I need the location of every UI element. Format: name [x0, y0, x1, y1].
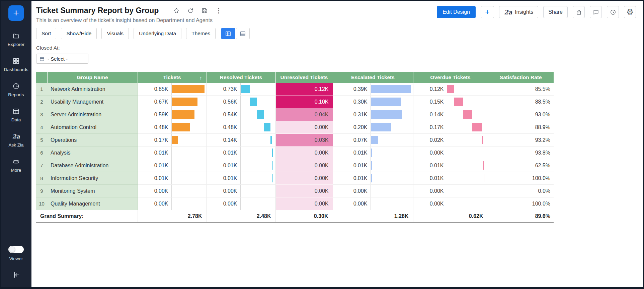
col-header-escalated-tickets[interactable]: Escalated Tickets [333, 72, 413, 83]
report-table: Group Name Tickets ↑ Resolved Tickets Un… [36, 72, 643, 223]
tickets-cell: 0.17K [138, 134, 207, 147]
sidebar-item-data[interactable]: Data [11, 108, 21, 122]
more-options-kebab-icon[interactable]: ⋮ [215, 7, 222, 14]
sidebar-item-reports[interactable]: Reports [8, 82, 24, 97]
unresolved-heat-cell: 0.00K [275, 121, 333, 134]
sidebar-item-explorer[interactable]: Explorer [8, 32, 24, 47]
tickets-cell-content: 0.48K [138, 121, 207, 133]
tickets-cell: 0.01K [138, 147, 207, 159]
overdue-cell: 0.14K [413, 108, 488, 121]
tickets-value: 0.01K [138, 163, 171, 169]
tickets-cell-content: 0.59K [138, 108, 207, 121]
refresh-icon[interactable] [187, 7, 194, 14]
table-view-button[interactable] [221, 28, 235, 39]
table-row[interactable]: 1Network Administration0.85K0.73K0.12K0.… [36, 83, 554, 96]
overdue-value: 0.00K [413, 188, 447, 194]
table-row[interactable]: 6Analysis0.01K0.01K0.00K0.01K0.00K93.8% [36, 147, 554, 159]
sidebar-item-dashboards[interactable]: Dashboards [4, 57, 28, 72]
group-name-cell: Usability Management [47, 96, 138, 108]
ellipsis-icon [12, 158, 20, 165]
escalated-cell-content: 0.01K [333, 159, 413, 172]
share-button[interactable]: Share [543, 6, 568, 18]
escalated-cell: 0.01K [333, 172, 413, 185]
overdue-cell: 0.02K [413, 134, 488, 147]
tickets-bar-zone [171, 83, 207, 95]
add-report-button[interactable]: + [481, 6, 494, 18]
escalated-bar-zone [371, 172, 413, 184]
group-name-cell: Server Administration [47, 108, 138, 121]
group-name-cell: Analysis [47, 147, 138, 159]
zia-icon: 2a [12, 133, 20, 140]
table-row[interactable]: 7Database Administration0.01K0.01K0.00K0… [36, 159, 554, 172]
themes-button[interactable]: Themes [186, 28, 216, 39]
show-hide-button[interactable]: Show/Hide [61, 28, 97, 39]
table-row[interactable]: 2Usability Management0.67K0.56K0.10K0.30… [36, 96, 554, 108]
favorite-star-icon[interactable] [173, 7, 180, 14]
sidebar-item-ask-zia[interactable]: 2a Ask Zia [8, 133, 23, 148]
underlying-data-button[interactable]: Underlying Data [134, 28, 181, 39]
sidebar-item-more[interactable]: More [11, 158, 21, 173]
col-header-group-name[interactable]: Group Name [47, 72, 138, 83]
resolved-cell-content: 0.01K [207, 159, 275, 172]
view-switcher [221, 28, 250, 39]
closed-at-select[interactable]: - Select - [36, 54, 88, 64]
report-topbar: Ticket Summary Report by Group ⋮ [31, 1, 643, 23]
overdue-cell: 0.17K [413, 121, 488, 134]
resolved-cell: 0.00K [207, 185, 275, 197]
table-row[interactable]: 5Operations0.17K0.14K0.03K0.07K0.02K93.2… [36, 134, 554, 147]
sidebar-item-label: Data [11, 117, 21, 122]
table-row[interactable]: 9Monitoring System0.00K0.00K0.00K0.00K0.… [36, 185, 554, 197]
save-icon[interactable] [201, 7, 208, 14]
summary-view-button[interactable] [236, 28, 250, 39]
create-new-button[interactable]: + [8, 5, 24, 21]
comments-button[interactable] [590, 6, 602, 18]
viewer-toggle[interactable] [8, 246, 24, 253]
title-icons: ⋮ [173, 7, 222, 14]
overdue-value: 0.00K [413, 201, 447, 207]
table-row[interactable]: 8Information Security0.01K0.01K0.00K0.01… [36, 172, 554, 185]
unresolved-heat-cell: 0.00K [275, 185, 333, 197]
resolved-cell-content: 0.01K [207, 172, 275, 184]
overdue-bar-zone [447, 83, 488, 95]
overdue-bar [484, 174, 485, 182]
zia-icon: 2a [504, 9, 512, 16]
col-header-tickets[interactable]: Tickets ↑ [138, 72, 207, 83]
overdue-bar-zone [447, 108, 488, 121]
escalated-cell: 0.00K [333, 185, 413, 197]
tickets-bar-zone [171, 197, 207, 210]
col-header-satisfaction-rate[interactable]: Satisfaction Rate [488, 72, 554, 83]
overdue-cell: 0.00K [413, 197, 488, 210]
edit-design-button[interactable]: Edit Design [437, 6, 476, 18]
sort-button[interactable]: Sort [36, 28, 56, 39]
visuals-button[interactable]: Visuals [101, 28, 129, 39]
row-number: 5 [36, 134, 47, 147]
collapse-sidebar-icon[interactable] [12, 271, 20, 279]
history-button[interactable] [607, 6, 619, 18]
overdue-value: 0.01K [413, 175, 447, 181]
sidebar-item-label: Explorer [8, 42, 24, 47]
overdue-cell-content: 0.12K [413, 83, 488, 95]
sort-ascending-icon[interactable]: ↑ [199, 74, 202, 80]
escalated-cell-content: 0.07K [333, 134, 413, 146]
row-number: 9 [36, 185, 47, 197]
resolved-cell: 0.01K [207, 172, 275, 185]
table-row[interactable]: 10Quality Management0.00K0.00K0.00K0.00K… [36, 197, 554, 210]
insights-button[interactable]: 2a Insights [499, 6, 538, 18]
toggle-knob [9, 246, 15, 252]
escalated-value: 0.07K [333, 137, 371, 143]
resolved-bar [250, 98, 257, 106]
escalated-cell-content: 0.39K [333, 83, 413, 95]
table-row[interactable]: 3Server Administration0.59K0.54K0.04K0.3… [36, 108, 554, 121]
col-header-resolved-tickets[interactable]: Resolved Tickets [207, 72, 275, 83]
table-row[interactable]: 4Automation Control0.48K0.48K0.00K0.20K0… [36, 121, 554, 134]
overdue-cell-content: 0.00K [413, 185, 488, 197]
tickets-bar-zone [171, 159, 207, 172]
col-header-unresolved-tickets[interactable]: Unresolved Tickets [275, 72, 333, 83]
escalated-cell: 0.20K [333, 121, 413, 134]
sidebar-item-label: Dashboards [4, 67, 28, 72]
export-button[interactable] [573, 6, 585, 18]
settings-gear-button[interactable]: ⚙ [624, 6, 636, 18]
tickets-value: 0.01K [138, 175, 171, 181]
col-header-overdue-tickets[interactable]: Overdue Tickets [413, 72, 488, 83]
escalated-cell-content: 0.01K [333, 147, 413, 159]
